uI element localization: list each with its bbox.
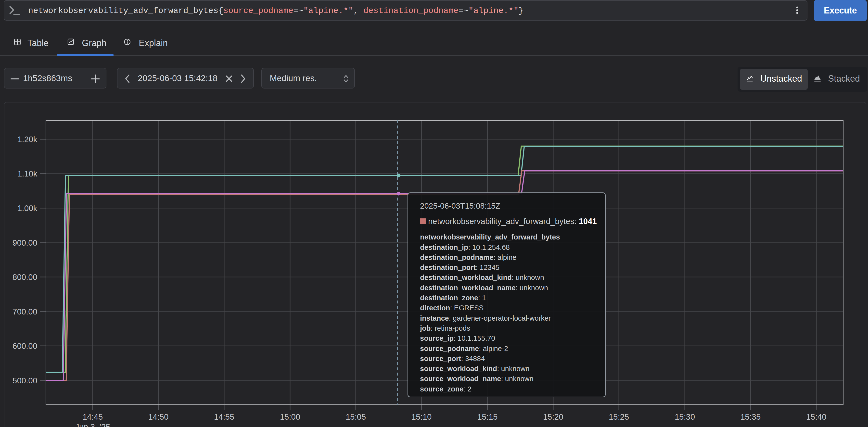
svg-text:15:10: 15:10 <box>411 412 432 421</box>
svg-text:15:20: 15:20 <box>543 412 563 421</box>
svg-text:1.20k: 1.20k <box>18 135 37 144</box>
svg-text:14:50: 14:50 <box>148 412 169 421</box>
svg-text:Jun 3, ’25: Jun 3, ’25 <box>75 422 110 427</box>
svg-text:15:00: 15:00 <box>280 412 300 421</box>
svg-text:15:30: 15:30 <box>675 412 695 421</box>
svg-text:15:05: 15:05 <box>346 412 366 421</box>
svg-text:15:40: 15:40 <box>806 412 827 421</box>
svg-text:600.00: 600.00 <box>12 341 37 351</box>
svg-text:14:45: 14:45 <box>83 412 103 421</box>
svg-text:800.00: 800.00 <box>12 272 37 282</box>
svg-text:1.10k: 1.10k <box>18 169 37 178</box>
svg-text:1.00k: 1.00k <box>18 204 37 213</box>
svg-text:500.00: 500.00 <box>12 376 37 385</box>
svg-text:900.00: 900.00 <box>12 238 37 247</box>
svg-text:15:15: 15:15 <box>477 412 498 421</box>
svg-text:14:55: 14:55 <box>214 412 235 421</box>
svg-text:700.00: 700.00 <box>12 307 37 316</box>
svg-text:15:35: 15:35 <box>741 412 761 421</box>
svg-text:15:25: 15:25 <box>609 412 629 421</box>
